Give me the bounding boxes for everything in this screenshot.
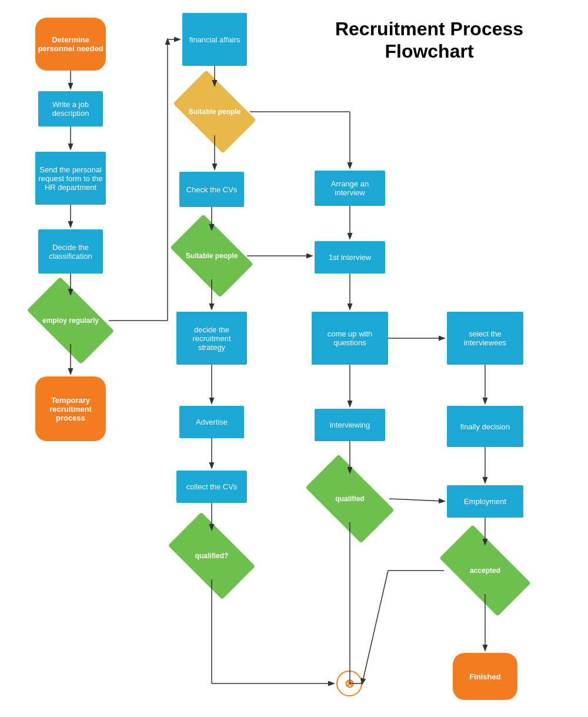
- come-up-questions-box: come up with questions: [312, 312, 388, 365]
- first-interview-box: 1st interview: [315, 241, 385, 274]
- qualified-q-diamond: qualified?: [173, 532, 250, 579]
- flowchart: Recruitment Process Flowchart Determine …: [0, 0, 588, 717]
- finally-decision-box: finally decision: [447, 406, 523, 447]
- financial-affairs-box: financial affairs: [182, 13, 247, 66]
- interviewing-box: interviewing: [315, 409, 385, 441]
- svg-line-33: [362, 571, 388, 683]
- accepted-diamond: accepted: [444, 547, 526, 594]
- advertise-box: Advertise: [179, 406, 244, 438]
- arrange-interview-box: Arrange an interview: [315, 171, 385, 206]
- employ-regularly-diamond: employ regularly: [32, 297, 109, 344]
- chart-title: Recruitment Process Flowchart: [312, 18, 547, 63]
- circle-x-symbol: ⊗: [336, 671, 362, 696]
- suitable-people-2-diamond: Suitable people: [176, 232, 247, 279]
- write-job-box: Write a job description: [38, 91, 103, 126]
- decide-classification-box: Decide the classification: [38, 229, 103, 274]
- svg-line-25: [389, 499, 444, 501]
- check-cvs-box: Check the CVs: [179, 172, 244, 207]
- finished-box: Finished: [453, 653, 517, 700]
- suitable-people-1-diamond: Suitable people: [179, 88, 250, 135]
- determine-personnel-box: Determine personnel needed: [35, 18, 106, 71]
- decide-recruitment-box: decide the recruitment strategy: [176, 312, 247, 365]
- send-personal-box: Send the personal request form to the HR…: [35, 152, 106, 205]
- temporary-recruitment-box: Temporary recruitment process: [35, 376, 106, 441]
- qualified-diamond: qualified: [310, 475, 389, 522]
- employment-box: Employment: [447, 485, 523, 518]
- select-interviewees-box: select the interviewees: [447, 312, 523, 365]
- collect-cvs-box: collect the CVs: [176, 471, 247, 503]
